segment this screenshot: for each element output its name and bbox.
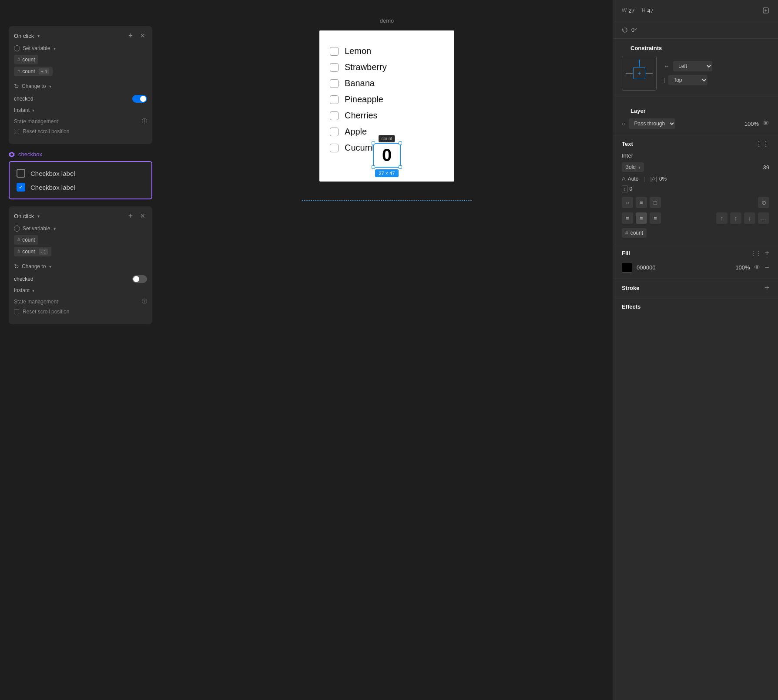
add-action-button-1[interactable]: +: [126, 31, 135, 40]
dimension-group: W 27 H 47: [622, 7, 654, 14]
font-size-value[interactable]: 39: [763, 164, 769, 171]
state-mgmt-label-1: State management ⓘ: [14, 118, 147, 125]
plus-icon-2: +: [128, 212, 133, 221]
align-left-button[interactable]: ↔: [622, 197, 633, 208]
size-badge: 27 × 47: [375, 169, 398, 177]
fill-remove-icon[interactable]: −: [765, 263, 769, 272]
trigger-label-2[interactable]: On click ▾: [14, 213, 40, 219]
canvas-area: demo Lemon Strawberry Banana Pine: [161, 0, 613, 700]
fruit-checkbox-banana[interactable]: [330, 79, 339, 88]
stroke-add-icon[interactable]: +: [765, 283, 769, 293]
hash-icon-2a: #: [17, 237, 20, 242]
list-item: Lemon: [328, 44, 446, 59]
toggle-switch-1[interactable]: [132, 95, 147, 103]
line-height-value[interactable]: Auto: [628, 176, 639, 182]
text-align-hor-right-button[interactable]: ≡: [650, 212, 661, 224]
variable-pill-2b[interactable]: # count - 1: [14, 247, 51, 256]
fruit-checkbox-strawberry[interactable]: [330, 63, 339, 72]
line-height-group: A Auto: [622, 175, 638, 182]
instant-chevron-2: ▾: [32, 288, 34, 293]
fruit-checkbox-pineapple[interactable]: [330, 95, 339, 104]
text-title: Text: [622, 141, 633, 147]
checkbox-box-unchecked[interactable]: [17, 169, 25, 178]
rotation-value[interactable]: 0°: [631, 27, 637, 33]
state-mgmt-label-2: State management ⓘ: [14, 298, 147, 305]
vert-align-bot-button[interactable]: ↓: [744, 212, 755, 224]
instant-label-1: Instant: [14, 107, 30, 113]
count-var-label: count: [379, 135, 395, 142]
variable-pill-1b[interactable]: # count + 1: [14, 67, 53, 76]
close-card-button-1[interactable]: ✕: [138, 31, 147, 40]
toggle-row-1: checked: [14, 93, 147, 104]
link-dimensions-icon[interactable]: [762, 7, 769, 14]
set-variable-label-2: Set variable ▾: [14, 225, 147, 232]
color-hex[interactable]: 000000: [637, 264, 731, 271]
color-opacity[interactable]: 100%: [735, 264, 750, 271]
close-card-button-2[interactable]: ✕: [138, 212, 147, 220]
fruit-checkbox-cherries[interactable]: [330, 111, 339, 120]
variable-pill-1a[interactable]: # count: [14, 55, 38, 64]
fill-eye-icon[interactable]: 👁: [754, 264, 760, 271]
toggle-switch-2[interactable]: [132, 275, 147, 283]
letter-spacing-value[interactable]: 0%: [659, 176, 667, 182]
trigger-chevron-1: ▾: [37, 34, 40, 38]
add-action-button-2[interactable]: +: [126, 212, 135, 220]
reset-scroll-checkbox-2[interactable]: [14, 309, 19, 314]
h-constraint-select[interactable]: Left Right Left & Right Center Scale: [673, 61, 712, 71]
text-variable-pill[interactable]: # count: [622, 228, 647, 238]
text-more-options-button[interactable]: …: [758, 212, 769, 224]
constraints-title: Constraints: [622, 39, 769, 56]
constraint-line-left: [626, 73, 633, 74]
trigger-label-1[interactable]: On click ▾: [14, 33, 40, 39]
font-row: Bold ▾ 39: [622, 162, 769, 172]
layer-left: ○ Pass through Normal Multiply Screen Ov…: [622, 118, 675, 129]
fruit-checkbox-lemon[interactable]: [330, 47, 339, 56]
align-center-button[interactable]: ≡: [636, 197, 647, 208]
fill-add-icon[interactable]: +: [765, 249, 769, 258]
set-variable-text-2: Set variable: [23, 225, 50, 232]
fruit-checkbox-apple[interactable]: [330, 128, 339, 136]
reset-scroll-checkbox-1[interactable]: [14, 129, 19, 134]
color-swatch[interactable]: [622, 262, 632, 273]
constraint-cross-icon: +: [637, 70, 641, 77]
fruit-name-strawberry: Strawberry: [345, 62, 387, 72]
font-style-select[interactable]: Bold ▾: [622, 162, 644, 172]
opacity-value[interactable]: 100%: [744, 121, 759, 127]
constraints-visual: + ↔ Left Right Left & Right Center Scale: [622, 56, 769, 91]
para-spacing-icon: ↕: [622, 185, 628, 192]
fill-row: 000000 100% 👁 −: [622, 262, 769, 273]
variable-name-2b: count: [22, 249, 35, 255]
vert-align-top-button[interactable]: ↑: [716, 212, 728, 224]
change-to-label-2: ↻ Change to ▾: [14, 263, 147, 270]
paragraph-spacing-row: ↕ 0: [622, 185, 769, 192]
layer-row: ○ Pass through Normal Multiply Screen Ov…: [622, 118, 769, 129]
change-to-text-2: Change to: [22, 263, 46, 269]
visibility-icon[interactable]: 👁: [762, 120, 769, 128]
text-align-hor-left-button[interactable]: ≡: [622, 212, 633, 224]
fruit-checkbox-cucumber[interactable]: [330, 144, 339, 152]
h-value[interactable]: 47: [647, 7, 653, 14]
text-more-icon[interactable]: ⋮⋮: [755, 140, 769, 148]
text-align-hor-center-button[interactable]: ≡: [636, 212, 647, 224]
checkbox-item-checked: ✓ Checkbox label: [17, 183, 144, 192]
v-constraint-select[interactable]: Top Bottom Top & Bottom Center Scale: [668, 75, 708, 85]
list-item: Banana: [328, 76, 446, 91]
align-right-button[interactable]: □: [650, 197, 661, 208]
text-clip-button[interactable]: ⊙: [758, 197, 769, 208]
fill-section: Fill ⋮⋮ + 000000 100% 👁 −: [613, 244, 778, 279]
vert-align-mid-button[interactable]: ↕: [730, 212, 741, 224]
checkbox-box-checked[interactable]: ✓: [17, 183, 25, 192]
w-value[interactable]: 27: [628, 7, 634, 14]
constraint-line-top: [639, 60, 640, 67]
checkbox-item-label-1: Checkbox label: [30, 170, 75, 177]
variable-pill-2a[interactable]: # count: [14, 235, 38, 245]
trigger-chevron-2: ▾: [37, 214, 40, 219]
trigger-text-1: On click: [14, 33, 34, 39]
blend-mode-select[interactable]: Pass through Normal Multiply Screen Over…: [629, 118, 675, 129]
para-spacing-value[interactable]: 0: [630, 186, 633, 192]
change-to-section-1: ↻ Change to ▾ checked Instant ▾: [14, 83, 147, 113]
variable-name-1b: count: [22, 68, 35, 74]
line-height-icon: A: [622, 175, 626, 182]
variable-badge-2b: - 1: [39, 249, 48, 255]
fill-more-icon[interactable]: ⋮⋮: [751, 250, 761, 256]
